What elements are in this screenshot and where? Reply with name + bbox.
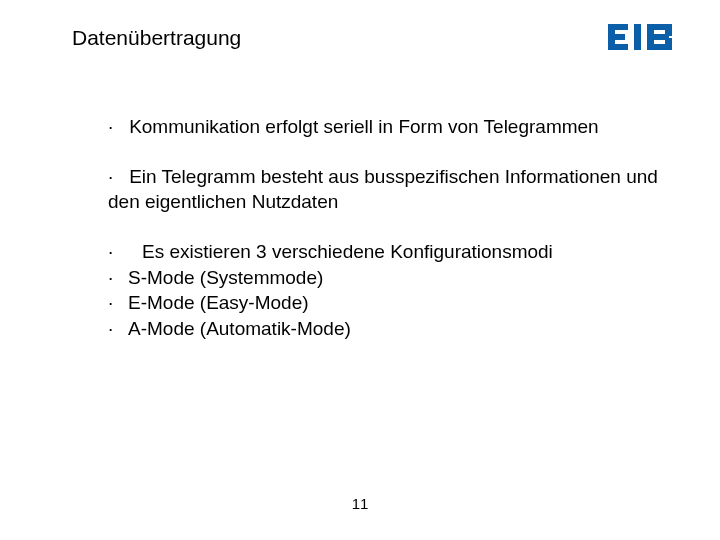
- bullet-text: A-Mode (Automatik-Mode): [128, 316, 351, 342]
- bullet-text: Ein Telegramm besteht aus busspezifische…: [108, 166, 658, 213]
- svg-rect-4: [634, 24, 641, 50]
- bullet-item: · E-Mode (Easy-Mode): [108, 290, 660, 316]
- bullet-item: · S-Mode (Systemmode): [108, 265, 660, 291]
- bullet-item: · Es existieren 3 verschiedene Konfigura…: [108, 239, 660, 265]
- svg-rect-2: [608, 34, 625, 40]
- bullet-icon: ·: [108, 239, 142, 265]
- bullet-item: · Kommunikation erfolgt seriell in Form …: [108, 114, 660, 140]
- svg-rect-3: [608, 44, 628, 50]
- bullet-text: S-Mode (Systemmode): [128, 265, 323, 291]
- header: Datenübertragung: [72, 26, 684, 54]
- bullet-text: Es existieren 3 verschiedene Konfigurati…: [142, 239, 553, 265]
- bullet-group: · Es existieren 3 verschiedene Konfigura…: [108, 239, 660, 342]
- bullet-icon: ·: [108, 290, 128, 316]
- page-number: 11: [0, 495, 720, 512]
- eib-logo-icon: [608, 24, 684, 54]
- bullet-item: · Ein Telegramm besteht aus busspezifisc…: [108, 164, 660, 215]
- bullet-icon: ·: [108, 166, 129, 187]
- bullet-item: · A-Mode (Automatik-Mode): [108, 316, 660, 342]
- bullet-icon: ·: [108, 316, 128, 342]
- slide-title: Datenübertragung: [72, 26, 241, 50]
- slide: Datenübertragung: [0, 0, 720, 540]
- svg-rect-9: [665, 24, 672, 36]
- bullet-icon: ·: [108, 265, 128, 291]
- bullet-icon: ·: [108, 116, 129, 137]
- svg-rect-10: [665, 38, 672, 50]
- bullet-text: E-Mode (Easy-Mode): [128, 290, 309, 316]
- slide-body: · Kommunikation erfolgt seriell in Form …: [108, 114, 660, 341]
- bullet-text: Kommunikation erfolgt seriell in Form vo…: [129, 116, 599, 137]
